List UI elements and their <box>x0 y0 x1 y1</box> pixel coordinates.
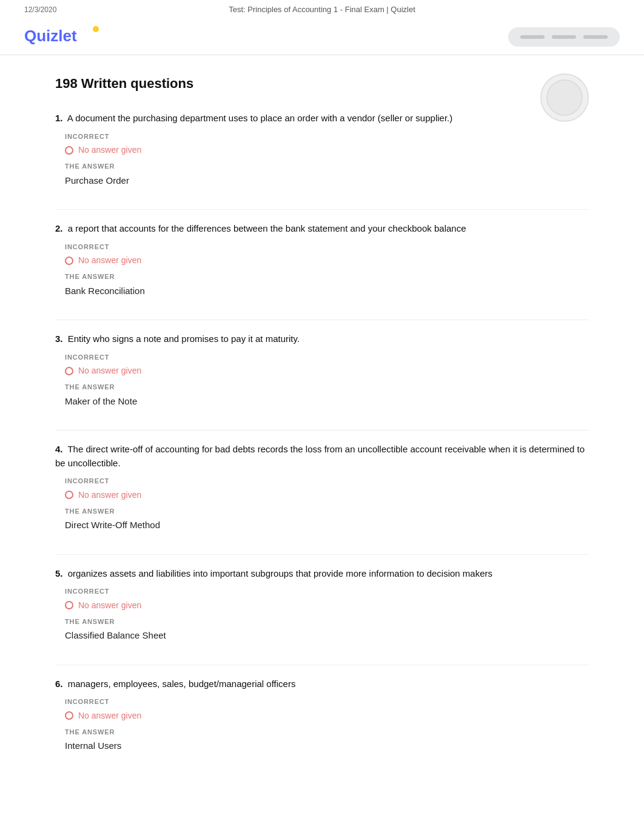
page-title: 198 Written questions <box>55 73 589 93</box>
question-block-3: 3. Entity who signs a note and promises … <box>55 332 589 408</box>
header-nav <box>508 27 620 47</box>
answer-radio-2 <box>65 257 73 265</box>
no-answer-text-6: No answer given <box>78 709 141 722</box>
answer-section-4: INCORRECT No answer given THE ANSWER Dir… <box>55 476 589 532</box>
question-row-3: 3. Entity who signs a note and promises … <box>55 332 589 346</box>
incorrect-label-2: INCORRECT <box>65 242 589 252</box>
answer-radio-5 <box>65 601 73 609</box>
the-answer-label-5: THE ANSWER <box>65 617 589 627</box>
the-answer-label-3: THE ANSWER <box>65 382 589 392</box>
no-answer-row-4: No answer given <box>65 489 589 501</box>
question-number-3: 3. <box>55 334 63 344</box>
no-answer-text-4: No answer given <box>78 489 141 501</box>
quizlet-logo-svg: Quizlet <box>24 24 103 46</box>
divider-5 <box>55 665 589 665</box>
no-answer-text-2: No answer given <box>78 254 141 267</box>
nav-pill <box>508 27 620 47</box>
quizlet-logo[interactable]: Quizlet <box>24 24 103 50</box>
no-answer-text-3: No answer given <box>78 364 141 377</box>
answer-radio-6 <box>65 711 73 720</box>
avatar-inner <box>546 79 583 116</box>
incorrect-label-5: INCORRECT <box>65 586 589 597</box>
the-answer-label-1: THE ANSWER <box>65 161 589 172</box>
question-text-3: Entity who signs a note and promises to … <box>68 334 300 344</box>
question-number-4: 4. <box>55 444 63 454</box>
no-answer-row-5: No answer given <box>65 599 589 612</box>
nav-pill-item-3 <box>583 35 608 39</box>
svg-text:Quizlet: Quizlet <box>24 27 77 45</box>
incorrect-label-6: INCORRECT <box>65 697 589 707</box>
question-block-1: 1. A document the purchasing department … <box>55 112 589 187</box>
question-row-6: 6. managers, employees, sales, budget/ma… <box>55 677 589 691</box>
question-row-5: 5. organizes assets and liabilities into… <box>55 567 589 581</box>
question-text-1: A document the purchasing department use… <box>67 113 452 123</box>
correct-answer-6: Internal Users <box>65 739 589 753</box>
answer-radio-4 <box>65 491 73 499</box>
incorrect-label-1: INCORRECT <box>65 132 589 142</box>
question-row-1: 1. A document the purchasing department … <box>55 112 589 126</box>
question-text-6: managers, employees, sales, budget/manag… <box>68 679 296 689</box>
nav-pill-item-1 <box>520 35 545 39</box>
divider-2 <box>55 320 589 320</box>
header-top-row: 12/3/2020 Test: Principles of Accounting… <box>24 0 620 19</box>
correct-answer-5: Classified Balance Sheet <box>65 629 589 643</box>
answer-radio-1 <box>65 146 73 155</box>
correct-answer-1: Purchase Order <box>65 174 589 188</box>
the-answer-label-4: THE ANSWER <box>65 506 589 517</box>
correct-answer-3: Maker of the Note <box>65 395 589 409</box>
no-answer-row-2: No answer given <box>65 254 589 267</box>
svg-point-1 <box>93 26 99 32</box>
answer-section-2: INCORRECT No answer given THE ANSWER Ban… <box>55 242 589 298</box>
incorrect-label-3: INCORRECT <box>65 352 589 363</box>
answer-section-1: INCORRECT No answer given THE ANSWER Pur… <box>55 132 589 188</box>
no-answer-text-1: No answer given <box>78 144 141 156</box>
question-row-2: 2. a report that accounts for the differ… <box>55 222 589 236</box>
divider-3 <box>55 430 589 431</box>
nav-pill-item-2 <box>552 35 576 39</box>
question-block-2: 2. a report that accounts for the differ… <box>55 222 589 298</box>
divider-4 <box>55 554 589 555</box>
question-block-4: 4. The direct write-off of accounting fo… <box>55 443 589 532</box>
question-block-6: 6. managers, employees, sales, budget/ma… <box>55 677 589 753</box>
header-date: 12/3/2020 <box>24 4 173 15</box>
main-content: 198 Written questions 1. A document the … <box>31 55 613 811</box>
question-number-1: 1. <box>55 113 63 123</box>
no-answer-row-6: No answer given <box>65 709 589 722</box>
no-answer-text-5: No answer given <box>78 599 141 612</box>
header-title: Test: Principles of Accounting 1 - Final… <box>173 4 471 16</box>
the-answer-label-6: THE ANSWER <box>65 727 589 737</box>
question-number-6: 6. <box>55 679 63 689</box>
no-answer-row-3: No answer given <box>65 364 589 377</box>
question-text-5: organizes assets and liabilities into im… <box>68 568 492 578</box>
incorrect-label-4: INCORRECT <box>65 476 589 486</box>
avatar <box>540 73 589 122</box>
content-wrapper: 198 Written questions 1. A document the … <box>55 73 589 753</box>
question-number-2: 2. <box>55 223 63 233</box>
answer-radio-3 <box>65 367 73 375</box>
question-number-5: 5. <box>55 568 63 578</box>
question-row-4: 4. The direct write-off of accounting fo… <box>55 443 589 470</box>
divider-1 <box>55 209 589 210</box>
answer-section-3: INCORRECT No answer given THE ANSWER Mak… <box>55 352 589 409</box>
the-answer-label-2: THE ANSWER <box>65 272 589 282</box>
correct-answer-2: Bank Reconciliation <box>65 284 589 298</box>
question-block-5: 5. organizes assets and liabilities into… <box>55 567 589 643</box>
answer-section-6: INCORRECT No answer given THE ANSWER Int… <box>55 697 589 753</box>
question-text-2: a report that accounts for the differenc… <box>68 223 466 233</box>
correct-answer-4: Direct Write-Off Method <box>65 518 589 532</box>
header-logo-row: Quizlet <box>24 19 620 55</box>
answer-section-5: INCORRECT No answer given THE ANSWER Cla… <box>55 586 589 643</box>
header: 12/3/2020 Test: Principles of Accounting… <box>0 0 644 55</box>
question-text-4: The direct write-off of accounting for b… <box>55 444 585 468</box>
no-answer-row-1: No answer given <box>65 144 589 156</box>
